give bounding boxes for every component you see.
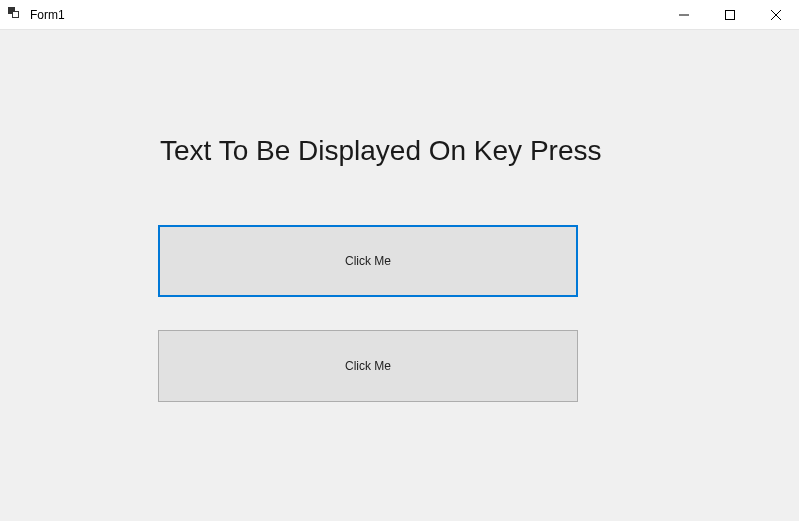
titlebar-left: Form1 (0, 7, 65, 23)
form-client-area: Text To Be Displayed On Key Press Click … (0, 30, 799, 521)
heading-label: Text To Be Displayed On Key Press (160, 135, 601, 167)
window-title: Form1 (30, 8, 65, 22)
window-titlebar: Form1 (0, 0, 799, 30)
app-icon (8, 7, 24, 23)
click-me-button-1[interactable]: Click Me (158, 225, 578, 297)
close-button[interactable] (753, 0, 799, 29)
titlebar-controls (661, 0, 799, 29)
minimize-icon (679, 10, 689, 20)
svg-rect-1 (726, 10, 735, 19)
close-icon (771, 10, 781, 20)
click-me-button-2[interactable]: Click Me (158, 330, 578, 402)
maximize-icon (725, 10, 735, 20)
button-1-label: Click Me (345, 254, 391, 268)
maximize-button[interactable] (707, 0, 753, 29)
button-2-label: Click Me (345, 359, 391, 373)
minimize-button[interactable] (661, 0, 707, 29)
